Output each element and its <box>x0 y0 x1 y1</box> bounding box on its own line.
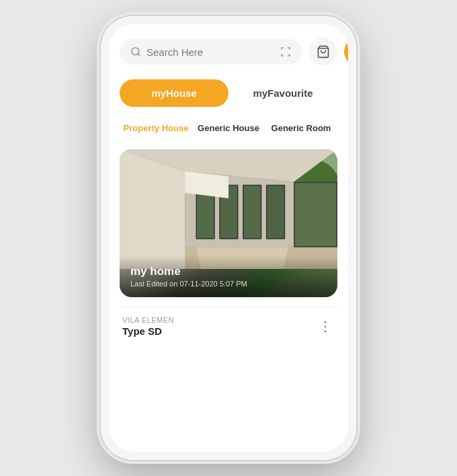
search-input[interactable] <box>147 46 274 58</box>
list-item: VILA ELEMEN Type SD ⋮ <box>120 307 337 345</box>
tab-myfavourite[interactable]: myFavourite <box>229 79 337 107</box>
svg-rect-23 <box>295 183 337 246</box>
list-item-value: Type SD <box>122 325 174 337</box>
app-content: myHouse myFavourite Property House Gener… <box>109 24 348 452</box>
more-icon: ⋮ <box>319 318 332 334</box>
list-item-label: VILA ELEMEN <box>122 316 174 324</box>
phone-inner: myHouse myFavourite Property House Gener… <box>109 24 348 452</box>
svg-rect-20 <box>244 186 261 238</box>
more-button[interactable]: ⋮ <box>316 315 335 337</box>
search-icon <box>130 46 141 57</box>
card-overlay: my home Last Edited on 07-11-2020 5:07 P… <box>120 255 337 297</box>
phone-shell: myHouse myFavourite Property House Gener… <box>101 16 356 460</box>
svg-line-1 <box>138 54 140 56</box>
main-tabs: myHouse myFavourite <box>120 79 337 107</box>
subtab-property-house[interactable]: Property House <box>120 119 192 137</box>
list-item-info: VILA ELEMEN Type SD <box>122 316 174 337</box>
bag-button[interactable] <box>309 38 337 66</box>
tab-myhouse[interactable]: myHouse <box>120 79 229 107</box>
room-illustration <box>120 149 337 269</box>
svg-rect-21 <box>267 186 284 238</box>
sub-tabs: Property House Generic House Generic Roo… <box>120 119 337 137</box>
user-button[interactable] <box>344 38 348 66</box>
search-input-wrapper <box>120 39 302 65</box>
scan-icon <box>280 46 292 58</box>
bag-icon <box>317 45 330 58</box>
card-title: my home <box>130 265 327 278</box>
subtab-generic-house[interactable]: Generic House <box>192 119 265 137</box>
card-subtitle: Last Edited on 07-11-2020 5:07 PM <box>130 280 327 288</box>
search-bar <box>120 38 337 66</box>
subtab-generic-room[interactable]: Generic Room <box>265 119 337 137</box>
property-card[interactable]: my home Last Edited on 07-11-2020 5:07 P… <box>120 149 337 297</box>
